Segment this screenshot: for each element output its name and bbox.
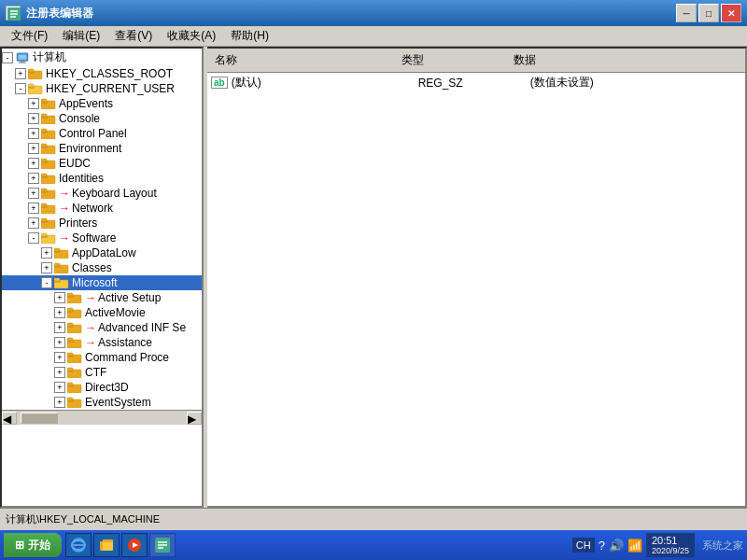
svg-rect-82 (103, 539, 113, 542)
collapse-icon[interactable]: - (28, 232, 39, 244)
scroll-track[interactable] (17, 412, 187, 425)
taskbar: ⊞ 开始 CH ? 🔊 (0, 530, 747, 560)
menu-bar: 文件(F) 编辑(E) 查看(V) 收藏夹(A) 帮助(H) (0, 26, 747, 47)
folder-icon (41, 188, 56, 199)
expand-icon[interactable]: + (41, 247, 52, 259)
folder-icon (41, 128, 56, 139)
expand-icon[interactable]: + (15, 68, 26, 79)
close-button[interactable]: ✕ (721, 4, 741, 22)
tree-item-eudc[interactable]: + EUDC (2, 156, 202, 171)
status-text: 计算机\HKEY_LOCAL_MACHINE (6, 512, 160, 526)
svg-rect-31 (41, 174, 47, 176)
tree-item-eventsystem[interactable]: + EventSystem (2, 395, 202, 410)
expand-icon[interactable]: + (28, 158, 39, 169)
svg-rect-49 (54, 263, 60, 266)
folder-icon (41, 232, 56, 244)
expand-icon[interactable]: + (54, 307, 65, 318)
lang-indicator[interactable]: CH (572, 538, 595, 553)
tree-item-activesetup[interactable]: + →Active Setup (2, 290, 202, 305)
reg-value-data: (数值未设置) (530, 75, 741, 91)
speaker-icon[interactable]: 🔊 (609, 539, 624, 553)
maximize-button[interactable]: □ (698, 4, 719, 22)
tree-label: Console (59, 112, 100, 125)
clock[interactable]: 20:51 2020/9/25 (646, 533, 695, 557)
tree-pane[interactable]: - 计算机+ HKEY_CLASSES_ROOT- HKEY_CURRENT_U… (0, 47, 204, 508)
expand-icon[interactable]: + (54, 367, 65, 378)
menu-file[interactable]: 文件(F) (4, 26, 55, 46)
explorer-button[interactable] (93, 533, 120, 557)
ie-button[interactable] (65, 533, 92, 557)
network-tray-icon[interactable]: 📶 (627, 539, 642, 553)
red-arrow-indicator: → (85, 291, 96, 304)
minimize-button[interactable]: ─ (676, 4, 697, 22)
folder-icon (67, 337, 82, 348)
expand-icon[interactable]: + (54, 292, 65, 303)
tree-item-console[interactable]: + Console (2, 111, 202, 126)
folder-icon (28, 68, 43, 79)
tree-item-hkcu[interactable]: - HKEY_CURRENT_USER (2, 81, 202, 96)
expand-icon[interactable]: + (54, 352, 65, 363)
tree-h-scrollbar[interactable]: ◀ ▶ (2, 410, 202, 425)
tree-item-appdatalow[interactable]: + AppDataLow (2, 245, 202, 260)
scroll-thumb[interactable] (21, 413, 58, 424)
folder-icon (54, 247, 69, 259)
tree-item-network[interactable]: + →Network (2, 201, 202, 216)
tree-item-environment[interactable]: + Environment (2, 141, 202, 156)
tree-label: Microsoft (72, 276, 118, 289)
tree-item-identities[interactable]: + Identities (2, 171, 202, 186)
expand-icon[interactable]: + (28, 188, 39, 199)
expand-icon[interactable]: + (54, 382, 65, 393)
folder-icon (41, 173, 56, 184)
tree-item-classes[interactable]: + Classes (2, 260, 202, 275)
expand-icon[interactable]: + (28, 173, 39, 184)
media-button[interactable] (121, 533, 148, 557)
scroll-right-btn[interactable]: ▶ (187, 412, 202, 425)
tree-item-ctf[interactable]: + CTF (2, 365, 202, 380)
tree-item-microsoft[interactable]: - Microsoft (2, 275, 202, 290)
tree-item-controlpanel[interactable]: + Control Panel (2, 126, 202, 141)
tree-label: Network (72, 202, 113, 215)
col-name-header[interactable]: 名称 (207, 50, 394, 70)
menu-edit[interactable]: 编辑(E) (55, 26, 107, 46)
tree-item-assistance[interactable]: + →Assistance (2, 335, 202, 350)
tree-item-software[interactable]: - →Software (2, 231, 202, 245)
regedit-taskbar-btn[interactable] (149, 533, 176, 557)
tree-item-commandproc[interactable]: + Command Proce (2, 350, 202, 365)
collapse-icon[interactable]: - (2, 52, 13, 63)
computer-icon (15, 52, 30, 63)
svg-rect-55 (67, 293, 73, 296)
col-type-header[interactable]: 类型 (394, 50, 506, 70)
expand-icon[interactable]: + (28, 113, 39, 124)
expand-icon[interactable]: + (41, 262, 52, 273)
tree-item-advancedinf[interactable]: + →Advanced INF Se (2, 320, 202, 335)
menu-view[interactable]: 查看(V) (107, 26, 160, 46)
tree-item-computer[interactable]: - 计算机 (2, 49, 202, 66)
expand-icon[interactable]: + (28, 203, 39, 214)
start-button[interactable]: ⊞ 开始 (4, 533, 62, 557)
tree-item-keyboardlayout[interactable]: + →Keyboard Layout (2, 186, 202, 201)
help-icon[interactable]: ? (599, 539, 605, 553)
scroll-left-btn[interactable]: ◀ (2, 412, 17, 425)
detail-row[interactable]: ab (默认) REG_SZ (数值未设置) (207, 73, 745, 92)
expand-icon[interactable]: + (28, 217, 39, 229)
col-data-header[interactable]: 数据 (506, 50, 745, 70)
tree-item-hkcr[interactable]: + HKEY_CLASSES_ROOT (2, 66, 202, 81)
svg-rect-5 (19, 54, 27, 59)
tree-item-direct3d[interactable]: + Direct3D (2, 380, 202, 395)
tree-item-appevents[interactable]: + AppEvents (2, 96, 202, 111)
collapse-icon[interactable]: - (15, 83, 26, 94)
menu-favorites[interactable]: 收藏夹(A) (160, 26, 223, 46)
folder-icon (67, 352, 82, 363)
svg-rect-73 (67, 383, 73, 385)
menu-help[interactable]: 帮助(H) (223, 26, 276, 46)
tree-item-activemovie[interactable]: + ActiveMovie (2, 305, 202, 320)
expand-icon[interactable]: + (54, 337, 65, 348)
svg-rect-6 (20, 61, 24, 62)
collapse-icon[interactable]: - (41, 277, 52, 288)
expand-icon[interactable]: + (28, 128, 39, 139)
expand-icon[interactable]: + (54, 322, 65, 333)
expand-icon[interactable]: + (54, 397, 65, 408)
expand-icon[interactable]: + (28, 98, 39, 109)
expand-icon[interactable]: + (28, 143, 39, 154)
tree-item-printers[interactable]: + Printers (2, 216, 202, 231)
